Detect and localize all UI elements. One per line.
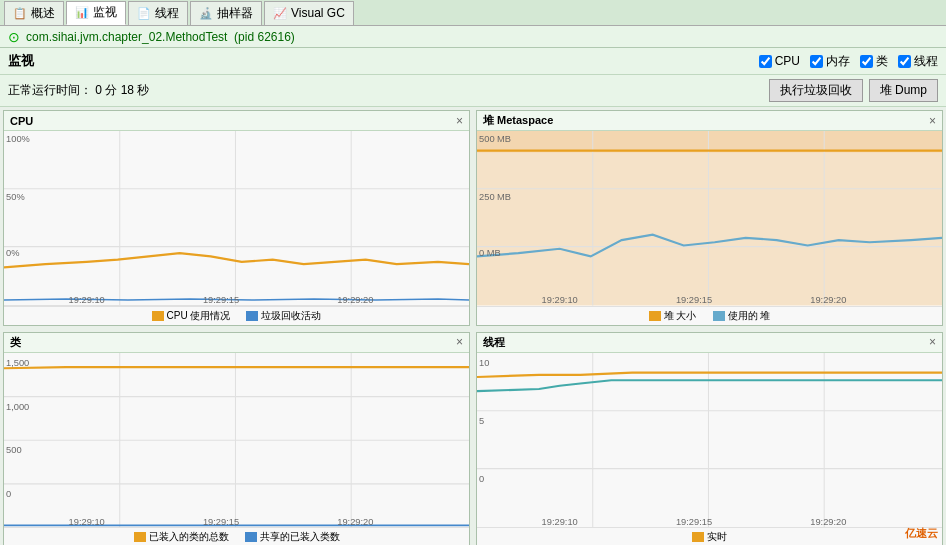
svg-text:19:29:10: 19:29:10 bbox=[69, 294, 105, 305]
heap-chart-panel: 堆 Metaspace × 500 MB bbox=[476, 110, 943, 326]
heap-chart-legend: 堆 大小 使用的 堆 bbox=[477, 306, 942, 325]
tab-bar: 📋 概述 📊 监视 📄 线程 🔬 抽样器 📈 Visual GC bbox=[0, 0, 946, 26]
svg-text:250 MB: 250 MB bbox=[479, 190, 511, 201]
status-bar: 正常运行时间： 0 分 18 秒 执行垃圾回收 堆 Dump bbox=[0, 75, 946, 107]
sampler-icon: 🔬 bbox=[199, 7, 213, 20]
svg-text:19:29:10: 19:29:10 bbox=[542, 294, 578, 305]
checkbox-threads[interactable]: 线程 bbox=[898, 53, 938, 70]
legend-cpu-usage: CPU 使用情况 bbox=[152, 309, 231, 323]
svg-text:0 MB: 0 MB bbox=[479, 247, 501, 258]
svg-text:19:29:15: 19:29:15 bbox=[203, 294, 239, 305]
legend-used-heap: 使用的 堆 bbox=[713, 309, 771, 323]
svg-text:500: 500 bbox=[6, 444, 22, 455]
threads-chart-panel: 线程 × 10 5 0 19:29:10 bbox=[476, 332, 943, 546]
classes-chart-legend: 已装入的类的总数 共享的已装入类数 bbox=[4, 527, 469, 545]
cpu-chart-close[interactable]: × bbox=[456, 114, 463, 128]
classes-chart-header: 类 × bbox=[4, 333, 469, 353]
watermark: 亿速云 bbox=[905, 526, 938, 541]
cpu-chart-panel: CPU × 100% 50% 0% 1 bbox=[3, 110, 470, 326]
uptime: 正常运行时间： 0 分 18 秒 bbox=[8, 82, 149, 99]
cpu-chart-header: CPU × bbox=[4, 111, 469, 131]
svg-text:1,500: 1,500 bbox=[6, 356, 29, 367]
svg-rect-0 bbox=[4, 131, 469, 306]
svg-text:19:29:15: 19:29:15 bbox=[676, 516, 712, 527]
checkbox-memory[interactable]: 内存 bbox=[810, 53, 850, 70]
svg-text:19:29:15: 19:29:15 bbox=[203, 516, 239, 527]
overview-icon: 📋 bbox=[13, 7, 27, 20]
svg-text:19:29:20: 19:29:20 bbox=[810, 294, 846, 305]
svg-text:19:29:10: 19:29:10 bbox=[69, 516, 105, 527]
heap-chart-svg: 500 MB 250 MB 0 MB 19:29:10 19:29:15 19:… bbox=[477, 131, 942, 306]
monitor-icon: 📊 bbox=[75, 6, 89, 19]
legend-heap-size: 堆 大小 bbox=[649, 309, 697, 323]
charts-grid: CPU × 100% 50% 0% 1 bbox=[0, 107, 946, 545]
cpu-chart-body: 100% 50% 0% 19:29:10 19:29:15 19:29:20 bbox=[4, 131, 469, 306]
classes-chart-svg: 1,500 1,000 500 0 19:29:10 19:29:15 19:2… bbox=[4, 353, 469, 528]
threads-chart-svg: 10 5 0 19:29:10 19:29:15 19:29:20 bbox=[477, 353, 942, 528]
checkbox-cpu[interactable]: CPU bbox=[759, 54, 800, 68]
threads-chart-close[interactable]: × bbox=[929, 335, 936, 349]
tab-threads[interactable]: 📄 线程 bbox=[128, 1, 188, 25]
monitor-title: 监视 bbox=[8, 52, 34, 70]
action-buttons: 执行垃圾回收 堆 Dump bbox=[769, 79, 938, 102]
legend-live-threads-color bbox=[692, 532, 704, 542]
cpu-chart-svg: 100% 50% 0% 19:29:10 19:29:15 19:29:20 bbox=[4, 131, 469, 306]
heap-chart-header: 堆 Metaspace × bbox=[477, 111, 942, 131]
legend-gc-color bbox=[246, 311, 258, 321]
heap-chart-title: 堆 Metaspace bbox=[483, 113, 553, 128]
classes-chart-panel: 类 × 1,500 1,000 500 0 bbox=[3, 332, 470, 546]
svg-text:19:29:20: 19:29:20 bbox=[337, 516, 373, 527]
threads-chart-body: 10 5 0 19:29:10 19:29:15 19:29:20 bbox=[477, 353, 942, 528]
tab-monitor[interactable]: 📊 监视 bbox=[66, 1, 126, 25]
classes-chart-body: 1,500 1,000 500 0 19:29:10 19:29:15 19:2… bbox=[4, 353, 469, 528]
legend-shared-classes: 共享的已装入类数 bbox=[245, 530, 340, 544]
svg-text:0%: 0% bbox=[6, 247, 20, 258]
svg-text:5: 5 bbox=[479, 414, 484, 425]
cpu-chart-legend: CPU 使用情况 垃圾回收活动 bbox=[4, 306, 469, 325]
classes-chart-title: 类 bbox=[10, 335, 21, 350]
legend-used-heap-color bbox=[713, 311, 725, 321]
tab-visualgc[interactable]: 📈 Visual GC bbox=[264, 1, 354, 25]
legend-gc-activity: 垃圾回收活动 bbox=[246, 309, 321, 323]
tab-sampler[interactable]: 🔬 抽样器 bbox=[190, 1, 262, 25]
visualgc-icon: 📈 bbox=[273, 7, 287, 20]
legend-heap-size-color bbox=[649, 311, 661, 321]
legend-shared-classes-color bbox=[245, 532, 257, 542]
svg-rect-41 bbox=[477, 353, 942, 528]
heap-dump-button[interactable]: 堆 Dump bbox=[869, 79, 938, 102]
cpu-chart-title: CPU bbox=[10, 115, 33, 127]
tab-overview[interactable]: 📋 概述 bbox=[4, 1, 64, 25]
heap-chart-body: 500 MB 250 MB 0 MB 19:29:10 19:29:15 19:… bbox=[477, 131, 942, 306]
threads-icon: 📄 bbox=[137, 7, 151, 20]
svg-marker-14 bbox=[477, 131, 942, 153]
monitor-header: 监视 CPU 内存 类 线程 bbox=[0, 48, 946, 75]
svg-text:19:29:20: 19:29:20 bbox=[337, 294, 373, 305]
svg-text:0: 0 bbox=[479, 472, 484, 483]
svg-text:19:29:10: 19:29:10 bbox=[542, 516, 578, 527]
legend-total-classes: 已装入的类的总数 bbox=[134, 530, 229, 544]
process-icon: ⊙ bbox=[8, 29, 20, 45]
classes-chart-close[interactable]: × bbox=[456, 335, 463, 349]
process-bar: ⊙ com.sihai.jvm.chapter_02.MethodTest (p… bbox=[0, 26, 946, 48]
process-name: com.sihai.jvm.chapter_02.MethodTest (pid… bbox=[26, 30, 295, 44]
svg-marker-15 bbox=[477, 153, 942, 306]
threads-chart-legend: 实时 bbox=[477, 527, 942, 545]
gc-button[interactable]: 执行垃圾回收 bbox=[769, 79, 863, 102]
legend-cpu-color bbox=[152, 311, 164, 321]
checkbox-classes[interactable]: 类 bbox=[860, 53, 888, 70]
svg-text:50%: 50% bbox=[6, 190, 25, 201]
threads-chart-title: 线程 bbox=[483, 335, 505, 350]
checkboxes: CPU 内存 类 线程 bbox=[759, 53, 938, 70]
svg-text:0: 0 bbox=[6, 487, 11, 498]
legend-total-classes-color bbox=[134, 532, 146, 542]
heap-chart-close[interactable]: × bbox=[929, 114, 936, 128]
svg-text:19:29:15: 19:29:15 bbox=[676, 294, 712, 305]
svg-text:500 MB: 500 MB bbox=[479, 133, 511, 144]
svg-text:19:29:20: 19:29:20 bbox=[810, 516, 846, 527]
svg-text:100%: 100% bbox=[6, 133, 30, 144]
threads-chart-header: 线程 × bbox=[477, 333, 942, 353]
svg-text:1,000: 1,000 bbox=[6, 400, 29, 411]
svg-text:10: 10 bbox=[479, 356, 489, 367]
legend-live-threads: 实时 bbox=[692, 530, 727, 544]
